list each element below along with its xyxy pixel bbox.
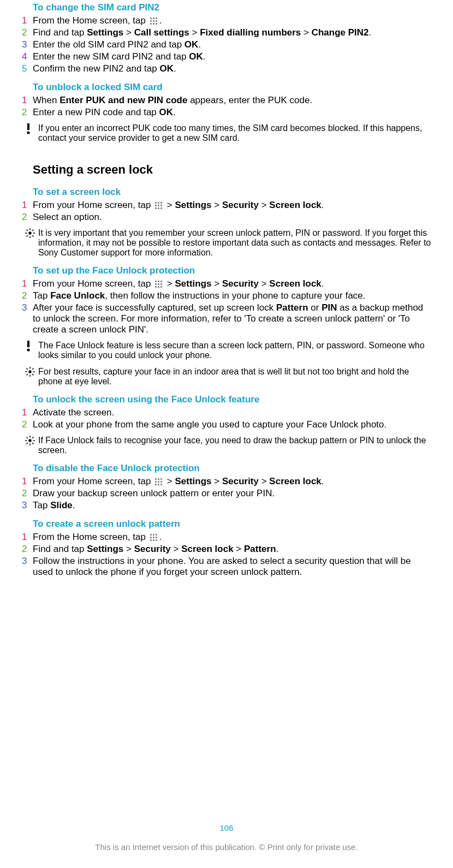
apps-grid-icon (154, 478, 163, 486)
section-unblock-sim: To unblock a locked SIM card 1When Enter… (22, 82, 431, 143)
svg-line-20 (27, 374, 28, 376)
warning-face-unlock: The Face Unlock feature is less secure t… (22, 341, 431, 360)
step-number: 1 (22, 278, 33, 289)
document-content: To change the SIM card PIN2 1From the Ho… (11, 2, 442, 578)
step-text: Draw your backup screen unlock pattern o… (33, 488, 431, 499)
section-unlock-face: To unlock the screen using the Face Unlo… (22, 394, 431, 455)
heading-set-screen-lock: To set a screen lock (33, 187, 431, 198)
svg-point-2 (28, 231, 31, 234)
svg-point-12 (27, 348, 29, 351)
step-row: 1From your Home screen, tap > Settings >… (22, 476, 431, 487)
step-row: 2Find and tap Settings > Security > Scre… (22, 544, 431, 555)
svg-line-10 (32, 230, 34, 231)
step-row: 4Enter the new SIM card PIN2 and tap OK. (22, 51, 431, 62)
step-text: After your face is successfully captured… (33, 302, 431, 335)
apps-grid-icon (154, 201, 163, 210)
section-face-unlock: To set up the Face Unlock protection 1Fr… (22, 265, 431, 387)
heading-face-unlock: To set up the Face Unlock protection (33, 265, 431, 276)
step-text: Find and tap Settings > Call settings > … (33, 27, 431, 38)
section-create-pattern: To create a screen unlock pattern 1From … (22, 519, 431, 578)
warning-text: If you enter an incorrect PUK code too m… (38, 123, 431, 143)
section-change-pin2: To change the SIM card PIN2 1From the Ho… (22, 2, 431, 74)
step-text: Enter the new SIM card PIN2 and tap OK. (33, 51, 431, 62)
svg-point-1 (27, 131, 29, 134)
warning-icon (22, 341, 38, 352)
svg-point-22 (28, 439, 31, 442)
step-row: 5Confirm the new PIN2 and tap OK. (22, 63, 431, 74)
step-number: 5 (22, 63, 33, 74)
step-row: 3Tap Slide. (22, 500, 431, 511)
step-number: 1 (22, 407, 33, 418)
step-row: 1When Enter PUK and new PIN code appears… (22, 95, 431, 106)
step-text: Enter a new PIN code and tap OK. (33, 107, 431, 118)
step-number: 1 (22, 15, 33, 26)
step-text: From your Home screen, tap > Settings > … (33, 278, 431, 289)
step-row: 2Look at your phone from the same angle … (22, 419, 431, 430)
step-number: 2 (22, 488, 33, 499)
svg-rect-0 (27, 123, 29, 130)
svg-line-29 (27, 443, 28, 444)
step-text: Find and tap Settings > Security > Scree… (33, 544, 431, 555)
step-number: 1 (22, 532, 33, 543)
step-text: Tap Slide. (33, 500, 431, 511)
step-number: 3 (22, 556, 33, 567)
step-row: 3Follow the instructions in your phone. … (22, 556, 431, 578)
svg-line-21 (32, 368, 34, 370)
step-row: 1From your Home screen, tap > Settings >… (22, 278, 431, 289)
heading-disable-face: To disable the Face Unlock protection (33, 463, 431, 474)
tip-text: For best results, capture your face in a… (38, 367, 431, 387)
page-number: 106 (0, 823, 453, 833)
warning-icon (22, 123, 38, 134)
svg-line-8 (32, 235, 34, 237)
tip-icon (22, 228, 38, 239)
step-text: From the Home screen, tap . (33, 15, 431, 26)
tip-set-screen-lock: It is very important that you remember y… (22, 228, 431, 258)
apps-grid-icon (150, 533, 158, 542)
tip-face-unlock: For best results, capture your face in a… (22, 367, 431, 387)
tip-icon (22, 367, 38, 378)
step-row: 3After your face is successfully capture… (22, 302, 431, 335)
tip-text: If Face Unlock fails to recognise your f… (38, 436, 431, 455)
section-disable-face: To disable the Face Unlock protection 1F… (22, 463, 431, 511)
step-row: 2Enter a new PIN code and tap OK. (22, 107, 431, 118)
step-number: 2 (22, 27, 33, 38)
tip-unlock-face: If Face Unlock fails to recognise your f… (22, 436, 431, 455)
section-set-screen-lock: To set a screen lock 1From your Home scr… (22, 187, 431, 258)
step-row: 1From the Home screen, tap . (22, 15, 431, 26)
svg-line-18 (27, 368, 28, 370)
apps-grid-icon (154, 280, 163, 289)
step-text: Confirm the new PIN2 and tap OK. (33, 63, 431, 74)
step-number: 1 (22, 476, 33, 487)
step-number: 3 (22, 500, 33, 511)
step-text: Activate the screen. (33, 407, 431, 418)
tip-icon (22, 436, 38, 447)
step-number: 3 (22, 302, 33, 313)
step-text: Enter the old SIM card PIN2 and tap OK. (33, 39, 431, 50)
step-number: 2 (22, 212, 33, 223)
step-row: 2Find and tap Settings > Call settings >… (22, 27, 431, 38)
tip-text: It is very important that you remember y… (38, 228, 431, 258)
step-number: 1 (22, 200, 33, 211)
step-row: 2Draw your backup screen unlock pattern … (22, 488, 431, 499)
step-text: Follow the instructions in your phone. Y… (33, 556, 431, 578)
apps-grid-icon (150, 17, 158, 26)
step-number: 1 (22, 95, 33, 106)
heading-change-pin2: To change the SIM card PIN2 (33, 2, 431, 13)
step-number: 3 (22, 39, 33, 50)
step-row: 1From your Home screen, tap > Settings >… (22, 200, 431, 211)
step-row: 2Select an option. (22, 212, 431, 223)
heading-create-pattern: To create a screen unlock pattern (33, 519, 431, 530)
warning-unblock-sim: If you enter an incorrect PUK code too m… (22, 123, 431, 143)
page-footer: 106 This is an Internet version of this … (0, 823, 453, 852)
footer-text: This is an Internet version of this publ… (0, 842, 453, 852)
svg-line-30 (32, 437, 34, 439)
heading-unblock-sim: To unblock a locked SIM card (33, 82, 431, 93)
svg-line-9 (27, 235, 28, 237)
step-number: 2 (22, 107, 33, 118)
step-row: 1Activate the screen. (22, 407, 431, 418)
heading-unlock-face: To unlock the screen using the Face Unlo… (33, 394, 431, 405)
svg-line-28 (32, 443, 34, 444)
svg-rect-11 (27, 341, 29, 347)
warning-text: The Face Unlock feature is less secure t… (38, 341, 431, 360)
step-text: From the Home screen, tap . (33, 532, 431, 543)
